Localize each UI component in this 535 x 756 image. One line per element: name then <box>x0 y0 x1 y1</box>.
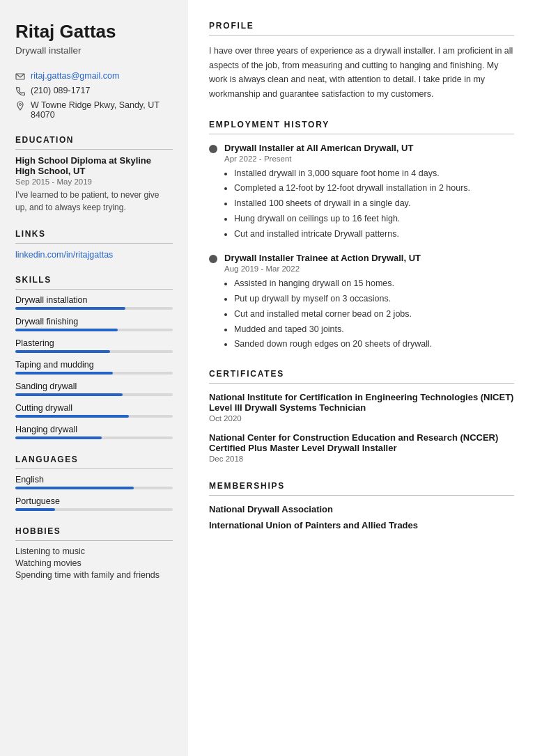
edu-description: I've learned to be patient, to never giv… <box>15 189 173 214</box>
job-bullet: Sanded down rough edges on 20 sheets of … <box>234 338 514 351</box>
job-bullets: Installed drywall in 3,000 square foot h… <box>224 167 514 241</box>
job-bullet: Cut and installed intricate Drywall patt… <box>234 228 514 241</box>
address-text: W Towne Ridge Pkwy, Sandy, UT 84070 <box>31 100 173 120</box>
job-title-main: Drywall Installer Trainee at Action Dryw… <box>224 253 421 263</box>
skill-bar-bg <box>15 329 173 331</box>
location-icon <box>15 101 25 111</box>
skill-bar-bg <box>15 350 173 353</box>
skill-item: Hanging drywall <box>15 425 173 439</box>
skill-bar-bg <box>15 307 173 310</box>
languages-section-title: Languages <box>15 455 173 469</box>
school-name: High School Diploma at Skyline High Scho… <box>15 155 173 176</box>
employment-section-title: Employment History <box>209 120 514 134</box>
cert-name: National Institute for Certification in … <box>209 392 514 413</box>
skill-item: Drywall installation <box>15 295 173 310</box>
skills-section-title: Skills <box>15 275 173 290</box>
job-entry: Drywall Installer Trainee at Action Dryw… <box>209 253 514 351</box>
skill-bar-bg <box>15 372 173 375</box>
job-bullet: Hung drywall on ceilings up to 16 feet h… <box>234 212 514 226</box>
language-item: English <box>15 475 173 489</box>
memberships-section-title: Memberships <box>209 481 514 496</box>
job-header: Drywall Installer Trainee at Action Dryw… <box>209 253 514 263</box>
job-dot <box>209 145 217 153</box>
profile-text: I have over three years of experience as… <box>209 44 514 102</box>
membership-item: National Drywall Association <box>209 504 514 514</box>
cert-entry: National Institute for Certification in … <box>209 392 514 423</box>
skill-name: Cutting drywall <box>15 403 173 413</box>
language-bar-fill <box>15 487 134 489</box>
job-bullets: Assisted in hanging drywall on 15 homes.… <box>224 277 514 351</box>
skill-bar-fill <box>15 350 110 353</box>
email-link[interactable]: ritaj.gattas@gmail.com <box>31 71 119 81</box>
job-title-main: Drywall Installer at All American Drywal… <box>224 143 413 153</box>
skill-name: Drywall finishing <box>15 317 173 326</box>
phone-text: (210) 089-1717 <box>31 86 90 95</box>
hobby-item: Watching movies <box>15 558 173 568</box>
cert-name: National Center for Construction Educati… <box>209 432 514 453</box>
job-bullet: Assisted in hanging drywall on 15 homes. <box>234 277 514 290</box>
language-bar-bg <box>15 508 173 511</box>
skill-bar-bg <box>15 436 173 439</box>
job-header: Drywall Installer at All American Drywal… <box>209 143 514 153</box>
hobbies-section-title: Hobbies <box>15 526 173 541</box>
certificates-section-title: Certificates <box>209 369 514 384</box>
linkedin-link-container[interactable]: linkedin.com/in/ritajgattas <box>15 249 173 260</box>
skill-name: Taping and mudding <box>15 360 173 370</box>
membership-item: International Union of Painters and Alli… <box>209 520 514 530</box>
skill-bar-fill <box>15 329 118 331</box>
skill-item: Sanding drywall <box>15 381 173 396</box>
job-date: Apr 2022 - Present <box>224 155 514 163</box>
svg-point-1 <box>20 104 22 106</box>
hobby-item: Listening to music <box>15 546 173 556</box>
skill-bar-fill <box>15 393 123 396</box>
contact-address: W Towne Ridge Pkwy, Sandy, UT 84070 <box>15 100 173 120</box>
language-name: Portuguese <box>15 496 173 506</box>
links-section-title: Links <box>15 229 173 244</box>
education-section-title: Education <box>15 135 173 150</box>
job-dot <box>209 255 217 263</box>
profile-section-title: Profile <box>209 21 514 36</box>
contact-phone: (210) 089-1717 <box>15 86 173 96</box>
skill-item: Taping and mudding <box>15 360 173 375</box>
skill-bar-fill <box>15 415 129 418</box>
skill-name: Plastering <box>15 338 173 348</box>
skill-bar-bg <box>15 415 173 418</box>
cert-date: Oct 2020 <box>209 414 514 423</box>
skill-bar-fill <box>15 436 102 439</box>
job-bullet: Installed 100 sheets of drywall in a sin… <box>234 197 514 210</box>
job-bullet: Mudded and taped 30 joints. <box>234 323 514 336</box>
job-date: Aug 2019 - Mar 2022 <box>224 265 514 273</box>
language-bar-bg <box>15 487 173 489</box>
skill-name: Sanding drywall <box>15 381 173 391</box>
skill-item: Cutting drywall <box>15 403 173 418</box>
cert-entry: National Center for Construction Educati… <box>209 432 514 463</box>
job-bullet: Cut and installed metal corner bead on 2… <box>234 308 514 321</box>
cert-date: Dec 2018 <box>209 455 514 463</box>
candidate-title: Drywall installer <box>15 45 173 56</box>
skill-bar-fill <box>15 372 113 375</box>
hobby-item: Spending time with family and friends <box>15 570 173 580</box>
language-bar-fill <box>15 508 55 511</box>
skill-name: Drywall installation <box>15 295 173 305</box>
edu-date: Sep 2015 - May 2019 <box>15 178 173 186</box>
language-name: English <box>15 475 173 485</box>
phone-icon <box>15 86 25 96</box>
job-entry: Drywall Installer at All American Drywal… <box>209 143 514 241</box>
skill-item: Drywall finishing <box>15 317 173 331</box>
candidate-name: Ritaj Gattas <box>15 21 173 42</box>
job-bullet: Put up drywall by myself on 3 occasions. <box>234 292 514 306</box>
skill-item: Plastering <box>15 338 173 353</box>
language-item: Portuguese <box>15 496 173 511</box>
skill-name: Hanging drywall <box>15 425 173 434</box>
skill-bar-fill <box>15 307 125 310</box>
job-bullet: Completed a 12-foot by 12-foot drywall i… <box>234 182 514 195</box>
skill-bar-bg <box>15 393 173 396</box>
job-bullet: Installed drywall in 3,000 square foot h… <box>234 167 514 180</box>
email-icon <box>15 72 25 81</box>
linkedin-link[interactable]: linkedin.com/in/ritajgattas <box>15 250 113 260</box>
contact-email[interactable]: ritaj.gattas@gmail.com <box>15 71 173 81</box>
